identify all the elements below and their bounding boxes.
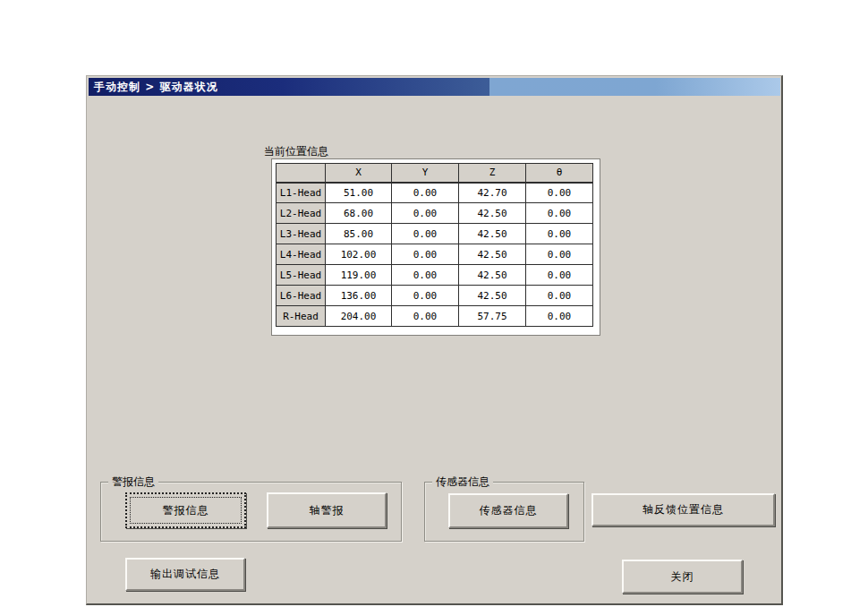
row-header: L2-Head	[277, 203, 326, 224]
cell-y: 0.00	[392, 183, 459, 203]
cell-z: 42.50	[459, 265, 526, 286]
header-row: X Y Z θ	[277, 164, 593, 183]
column-header-y: Y	[392, 164, 459, 183]
cell-y: 0.00	[392, 224, 459, 244]
table-row: L1-Head 51.00 0.00 42.70 0.00	[277, 183, 593, 203]
cell-x: 136.00	[326, 286, 392, 306]
cell-theta: 0.00	[526, 244, 593, 265]
column-header-x: X	[326, 164, 392, 183]
sensor-info-button[interactable]: 传感器信息	[448, 493, 568, 528]
position-table-container: X Y Z θ L1-Head 51.00 0.00 42.70 0.00 L2…	[271, 158, 600, 336]
cell-x: 68.00	[326, 203, 392, 224]
alarm-info-button[interactable]: 警报信息	[125, 492, 246, 528]
cell-x: 51.00	[326, 183, 392, 203]
cell-x: 102.00	[326, 244, 392, 265]
close-button[interactable]: 关闭	[622, 560, 743, 594]
table-row: L6-Head 136.00 0.00 42.50 0.00	[277, 286, 593, 306]
cell-z: 42.50	[459, 244, 526, 265]
table-row: L4-Head 102.00 0.00 42.50 0.00	[277, 244, 593, 265]
row-header: L3-Head	[277, 224, 326, 244]
driver-status-window: 手动控制 > 驱动器状况 当前位置信息 X Y Z θ L1-Head 51.0…	[86, 75, 783, 605]
position-table: X Y Z θ L1-Head 51.00 0.00 42.70 0.00 L2…	[276, 163, 593, 327]
cell-y: 0.00	[392, 265, 459, 286]
cell-y: 0.00	[392, 244, 459, 265]
breadcrumb-title: 手动控制 > 驱动器状况	[94, 81, 217, 93]
cell-x: 85.00	[326, 224, 392, 244]
table-row: L3-Head 85.00 0.00 42.50 0.00	[277, 224, 593, 244]
cell-z: 42.50	[459, 203, 526, 224]
table-row: L5-Head 119.00 0.00 42.50 0.00	[277, 265, 593, 286]
axis-alarm-button[interactable]: 轴警报	[267, 492, 387, 528]
cell-x: 119.00	[326, 265, 392, 286]
column-header-z: Z	[459, 164, 526, 183]
cell-theta: 0.00	[526, 224, 593, 244]
cell-theta: 0.00	[526, 183, 593, 203]
cell-z: 42.50	[459, 286, 526, 306]
alarm-group-label: 警报信息	[108, 475, 158, 488]
cell-theta: 0.00	[526, 306, 593, 327]
column-header-theta: θ	[526, 164, 593, 183]
cell-y: 0.00	[392, 306, 459, 327]
row-header: L1-Head	[277, 183, 326, 203]
table-row: L2-Head 68.00 0.00 42.50 0.00	[277, 203, 593, 224]
cell-x: 204.00	[326, 306, 392, 327]
row-header: L4-Head	[277, 244, 326, 265]
row-header: L6-Head	[277, 286, 326, 306]
sensor-info-group: 传感器信息 传感器信息	[424, 482, 584, 542]
cell-y: 0.00	[392, 203, 459, 224]
window-titlebar: 手动控制 > 驱动器状况	[89, 78, 780, 96]
output-debug-button[interactable]: 输出调试信息	[125, 558, 245, 591]
row-header: L5-Head	[277, 265, 326, 286]
axis-feedback-position-button[interactable]: 轴反馈位置信息	[591, 493, 775, 526]
table-row: R-Head 204.00 0.00 57.75 0.00	[277, 306, 593, 327]
cell-z: 42.50	[459, 224, 526, 244]
row-header: R-Head	[277, 306, 326, 327]
corner-cell	[277, 164, 326, 183]
cell-z: 57.75	[459, 306, 526, 327]
cell-z: 42.70	[459, 183, 526, 203]
cell-y: 0.00	[392, 286, 459, 306]
position-table-label: 当前位置信息	[264, 144, 328, 159]
alarm-info-group: 警报信息 警报信息 轴警报	[100, 482, 402, 542]
cell-theta: 0.00	[526, 265, 593, 286]
sensor-group-label: 传感器信息	[432, 475, 493, 488]
cell-theta: 0.00	[526, 203, 593, 224]
cell-theta: 0.00	[526, 286, 593, 306]
